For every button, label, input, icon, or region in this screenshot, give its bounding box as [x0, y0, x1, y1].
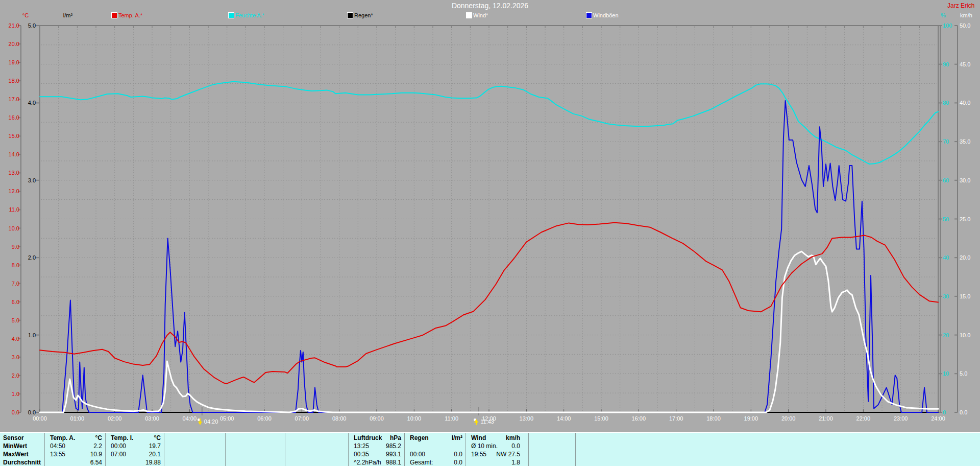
- humidity-tick-label: 90: [943, 61, 956, 68]
- temp-tick-label: 20.0: [0, 41, 19, 48]
- table-row: Ø 10 min.0.0: [466, 442, 528, 450]
- temp-tick-label: 7.0: [0, 281, 19, 287]
- humidity-tick-label: 70: [943, 138, 956, 145]
- cell-left: ^2.2hPa/h: [354, 459, 381, 466]
- temp-tick-label: 9.0: [0, 244, 19, 250]
- marker-arrow-up-icon: [473, 418, 479, 426]
- time-tick-label: 10:00: [403, 415, 425, 422]
- temp-tick-label: 13.0: [0, 170, 19, 176]
- cell-value: 0.0: [454, 459, 462, 466]
- temp-tick-label: 19.0: [0, 59, 19, 66]
- table-row: ^2.2hPa/h988.1: [349, 458, 404, 466]
- table-row: Temp. A.°C: [45, 434, 105, 442]
- time-tick-label: 09:00: [365, 415, 388, 422]
- column-empty-2: [164, 433, 226, 466]
- table-row: LuftdruckhPa: [349, 434, 404, 442]
- time-tick-label: 22:00: [852, 415, 874, 422]
- time-tick-label: 07:00: [290, 415, 313, 422]
- time-tick-label: 00:00: [29, 415, 51, 422]
- column-wind: Windkm/hØ 10 min.0.019:55NW 27.51.8: [466, 433, 529, 466]
- cell-left: 04:50: [50, 442, 65, 450]
- temp-tick-label: 10.0: [0, 225, 19, 232]
- table-row: [285, 442, 348, 450]
- time-tick-label: 01:00: [66, 415, 88, 422]
- cell-value: 985.2: [386, 442, 401, 450]
- wind-tick-label: 0.0: [960, 409, 977, 416]
- table-row: [529, 450, 575, 458]
- chart-canvas: [0, 0, 980, 432]
- time-tick-label: 23:00: [890, 415, 912, 422]
- column-header: Wind: [471, 434, 486, 441]
- temp-tick-label: 6.0: [0, 299, 19, 306]
- table-row: [226, 442, 285, 450]
- time-tick-label: 18:00: [702, 415, 725, 422]
- table-row: 6.54: [45, 458, 105, 466]
- humidity-tick-label: 40: [943, 254, 956, 261]
- table-row: MinWert: [0, 442, 44, 450]
- cell-left: Durchschnitt: [3, 459, 41, 466]
- time-tick-label: 19:00: [740, 415, 762, 422]
- rain-tick-label: 2.0: [21, 254, 36, 261]
- cell-left: Gesamt:: [410, 459, 433, 466]
- time-tick-label: 06:00: [253, 415, 276, 422]
- humidity-tick-label: 30: [943, 293, 956, 300]
- column-header: Temp. I.: [111, 434, 133, 441]
- rain-tick-label: 1.0: [21, 332, 36, 339]
- table-row: [226, 434, 285, 442]
- cell-left: 00:35: [354, 451, 369, 458]
- time-tick-label: 02:00: [104, 415, 126, 422]
- humidity-tick-label: 60: [943, 177, 956, 184]
- temp-tick-label: 18.0: [0, 78, 19, 84]
- cell-value: 988.1: [386, 459, 401, 466]
- temp-tick-label: 1.0: [0, 391, 19, 398]
- table-row: [164, 458, 225, 466]
- temp-tick-label: 21.0: [0, 22, 19, 29]
- humidity-tick-label: 80: [943, 100, 956, 106]
- table-row: [285, 450, 348, 458]
- cell-value: 993.1: [386, 451, 401, 458]
- rain-tick-label: 5.0: [21, 22, 36, 29]
- table-row: Gesamt:0.0: [405, 458, 465, 466]
- table-row: Durchschnitt: [0, 458, 44, 466]
- humidity-tick-label: 20: [943, 332, 956, 339]
- time-tick-label: 14:00: [553, 415, 575, 422]
- weather-chart-window: Donnerstag, 12.02.2026 Jarz Erich °C l/m…: [0, 0, 980, 466]
- column-temp-a-: Temp. A.°C04:502.213:5510.96.54: [45, 433, 106, 466]
- cell-left: Ø 10 min.: [471, 442, 498, 450]
- table-row: [405, 442, 465, 450]
- time-tick-label: 20:00: [777, 415, 800, 422]
- column-empty-8: [529, 433, 576, 466]
- column-empty-3: [226, 433, 285, 466]
- table-row: [226, 458, 285, 466]
- time-tick-label: 05:00: [216, 415, 238, 422]
- table-row: 00:000.0: [405, 450, 465, 458]
- table-row: 19.88: [106, 458, 164, 466]
- wind-tick-label: 35.0: [960, 138, 977, 145]
- temp-tick-label: 11.0: [0, 206, 19, 213]
- table-row: Windkm/h: [466, 434, 528, 442]
- table-row: 13:5510.9: [45, 450, 105, 458]
- table-row: 00:0019.7: [106, 442, 164, 450]
- humidity-tick-label: 50: [943, 216, 956, 223]
- table-row: Sensor: [0, 434, 44, 442]
- temp-tick-label: 12.0: [0, 188, 19, 195]
- table-row: [285, 458, 348, 466]
- humidity-tick-label: 10: [943, 370, 956, 377]
- table-row: Temp. I.°C: [106, 434, 164, 442]
- humidity-tick-label: 100: [943, 22, 956, 29]
- time-tick-label: 03:00: [141, 415, 163, 422]
- temp-tick-label: 16.0: [0, 114, 19, 121]
- row-label-column: SensorMinWertMaxWertDurchschnitt: [0, 433, 45, 466]
- cell-value: NW 27.5: [496, 451, 520, 458]
- table-row: 00:35993.1: [349, 450, 404, 458]
- column-luftdruck: LuftdruckhPa13:25985.200:35993.1^2.2hPa/…: [349, 433, 405, 466]
- temp-tick-label: 5.0: [0, 317, 19, 324]
- cell-left: 00:00: [410, 451, 425, 458]
- cell-value: 6.54: [90, 459, 102, 466]
- table-row: [285, 434, 348, 442]
- table-row: [164, 450, 225, 458]
- table-row: 04:502.2: [45, 442, 105, 450]
- temp-tick-label: 0.0: [0, 409, 19, 416]
- table-row: Regenl/m²: [405, 434, 465, 442]
- cell-value: 1.8: [511, 459, 520, 466]
